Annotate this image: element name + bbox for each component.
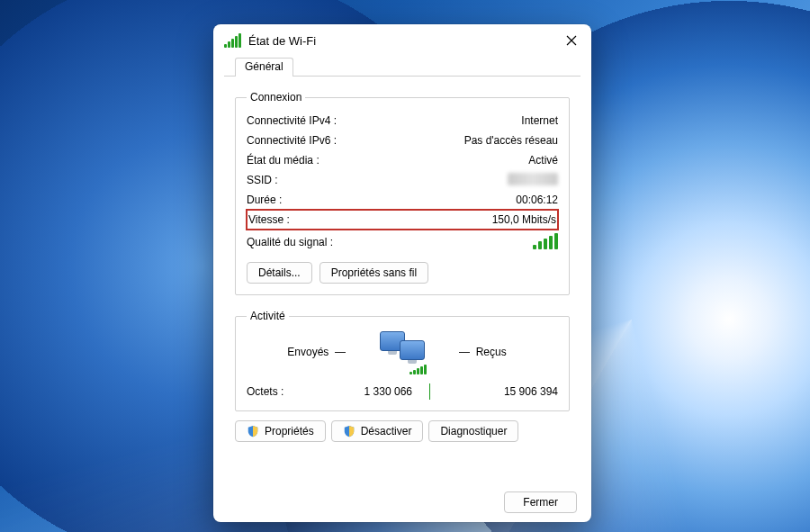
ssid-redacted	[508, 173, 558, 185]
diagnose-button-label: Diagnostiquer	[440, 425, 507, 437]
signal-value	[382, 233, 558, 252]
titlebar: État de Wi-Fi	[213, 24, 591, 57]
bytes-label: Octets :	[247, 385, 301, 398]
details-button[interactable]: Détails...	[247, 262, 312, 284]
activity-group: Activité Envoyés — — Reçus Octets :	[235, 310, 570, 411]
row-media: État du média : Activé	[247, 150, 558, 170]
wireless-properties-button-label: Propriétés sans fil	[331, 266, 417, 279]
network-computers-icon	[378, 331, 427, 373]
row-ipv6: Connectivité IPv6 : Pas d'accès réseau	[247, 131, 558, 150]
row-ssid: SSID :	[247, 170, 558, 190]
shield-icon	[343, 425, 356, 437]
disable-button[interactable]: Désactiver	[331, 420, 424, 442]
activity-divider	[429, 383, 430, 400]
details-button-label: Détails...	[258, 266, 301, 279]
media-label: État du média :	[247, 154, 382, 167]
received-label-text: Reçus	[476, 346, 507, 358]
connection-legend: Connexion	[247, 91, 305, 104]
sent-label: Envoyés —	[247, 346, 353, 358]
tab-general[interactable]: Général	[235, 58, 293, 77]
bytes-row: Octets : 1 330 066 15 906 394	[247, 383, 558, 400]
row-ipv4: Connectivité IPv4 : Internet	[247, 111, 558, 131]
received-label: — Reçus	[452, 346, 558, 358]
dialog-footer: Fermer	[213, 482, 591, 522]
sent-label-text: Envoyés	[287, 346, 328, 358]
window-title: État de Wi-Fi	[248, 34, 316, 48]
activity-legend: Activité	[247, 310, 289, 322]
wifi-signal-icon	[224, 33, 241, 48]
signal-label: Qualité du signal :	[247, 236, 382, 248]
close-dialog-button-label: Fermer	[523, 496, 558, 509]
wifi-status-dialog: État de Wi-Fi Général Connexion Connecti…	[213, 24, 591, 522]
signal-bars-icon	[533, 233, 558, 249]
properties-button-label: Propriétés	[265, 425, 314, 437]
speed-value: 150,0 Mbits/s	[383, 213, 556, 226]
close-button[interactable]	[559, 28, 584, 53]
disable-button-label: Désactiver	[361, 425, 412, 437]
ipv4-label: Connectivité IPv4 :	[247, 114, 382, 127]
speed-label: Vitesse :	[248, 213, 383, 226]
shield-icon	[247, 425, 259, 437]
diagnose-button[interactable]: Diagnostiquer	[428, 420, 518, 442]
properties-button[interactable]: Propriétés	[235, 420, 326, 442]
ssid-label: SSID :	[247, 174, 382, 186]
ipv6-label: Connectivité IPv6 :	[247, 134, 382, 147]
media-value: Activé	[382, 154, 558, 167]
ssid-value	[382, 173, 558, 188]
row-speed-highlighted: Vitesse : 150,0 Mbits/s	[247, 210, 558, 230]
ipv6-value: Pas d'accès réseau	[382, 134, 558, 147]
ipv4-value: Internet	[382, 114, 558, 127]
activity-header: Envoyés — — Reçus	[247, 331, 558, 373]
wireless-properties-button[interactable]: Propriétés sans fil	[320, 262, 428, 284]
row-signal: Qualité du signal :	[247, 230, 558, 255]
close-dialog-button[interactable]: Fermer	[504, 491, 577, 513]
bytes-sent-value: 1 330 066	[301, 385, 416, 398]
duration-value: 00:06:12	[382, 194, 558, 206]
bytes-received-value: 15 906 394	[443, 385, 558, 398]
duration-label: Durée :	[247, 194, 382, 206]
small-signal-icon	[410, 364, 427, 374]
close-icon	[566, 35, 577, 46]
tab-strip: Général	[224, 57, 580, 77]
row-duration: Durée : 00:06:12	[247, 190, 558, 210]
monitor-front-icon	[400, 340, 425, 360]
connection-group: Connexion Connectivité IPv4 : Internet C…	[235, 91, 570, 295]
